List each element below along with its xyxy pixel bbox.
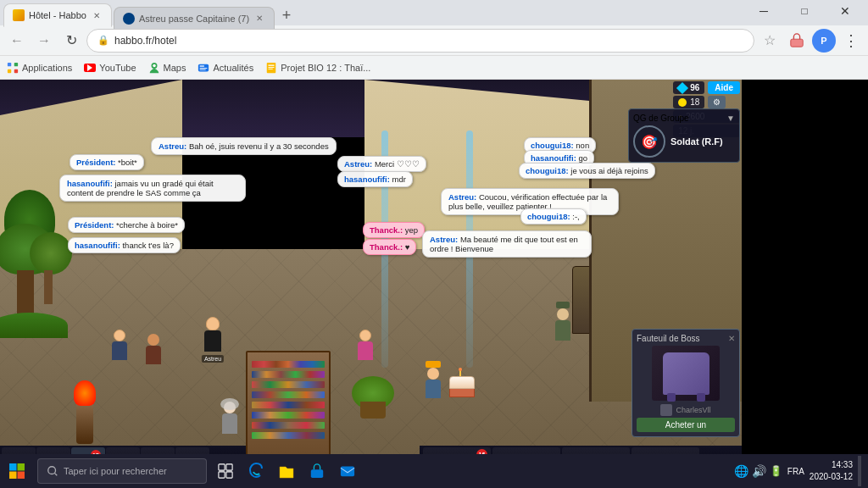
bookmark-bio[interactable]: Projet BIO 12 : Thaï...: [265, 62, 370, 74]
maximize-button[interactable]: □: [785, 0, 824, 23]
chat-bubble-13: Thanck.: yep: [363, 222, 425, 238]
chat-bubble-1: Astreu: Bah oé, jsuis revenu il y a 30 s…: [151, 137, 337, 155]
store-icon-taskbar[interactable]: [302, 456, 332, 486]
settings-button[interactable]: ⚙: [708, 96, 726, 108]
game-area[interactable]: Astreu: [0, 80, 868, 486]
aide-button[interactable]: Aide: [708, 81, 740, 94]
buy-button[interactable]: Acheter un: [637, 418, 735, 432]
sys-icons: 🌐 🔊 🔋: [734, 464, 782, 478]
close-button[interactable]: ✕: [826, 0, 865, 23]
show-desktop-button[interactable]: [858, 456, 861, 486]
security-lock-icon: 🔒: [97, 35, 109, 46]
language-indicator: FRA: [787, 467, 804, 476]
tab-close-habbo[interactable]: ✕: [91, 9, 103, 21]
character-president: [110, 330, 129, 363]
chat-bubble-3: hasanoufifi: jamais vu un gradé qui étai…: [59, 175, 246, 202]
item-close-icon[interactable]: ✕: [728, 334, 735, 343]
svg-point-18: [48, 467, 56, 474]
date-display: 2020-03-12: [810, 471, 853, 483]
chat-bubble-6: Astreu: Merci ♡♡♡: [337, 156, 426, 172]
refresh-button[interactable]: ↻: [59, 29, 83, 53]
pixel-count: 18: [690, 97, 699, 107]
svg-rect-24: [311, 469, 323, 478]
nav-bar: ← → ↻ 🔒 habbo.fr/hotel ☆ P ⋮: [0, 25, 868, 56]
tab-label-astreu: Astreu passe Capitaine (7): [139, 14, 249, 24]
svg-rect-17: [18, 472, 25, 480]
bookmark-actus-label: Actualités: [213, 63, 253, 73]
tab-label-habbo: Hôtel - Habbo: [29, 10, 86, 20]
svg-rect-16: [9, 472, 17, 480]
volume-icon[interactable]: 🔊: [752, 464, 766, 478]
svg-rect-12: [269, 67, 275, 68]
battery-icon[interactable]: 🔋: [770, 465, 782, 477]
svg-rect-2: [14, 62, 18, 65]
bookmark-youtube-label: YouTube: [99, 63, 136, 73]
room-scene: Astreu: [0, 80, 742, 486]
svg-rect-13: [269, 68, 273, 69]
search-placeholder: Taper ici pour rechercher: [64, 466, 167, 476]
start-button[interactable]: [0, 454, 34, 488]
character-astreu: Astreu: [203, 317, 222, 355]
bookmark-youtube[interactable]: YouTube: [84, 63, 136, 73]
svg-rect-3: [8, 69, 11, 72]
bookmarks-bar: Applications YouTube Maps Actualités Pro…: [0, 56, 868, 80]
file-explorer-icon[interactable]: [271, 456, 302, 486]
chat-bubble-4: Président: *cherche à boire*: [68, 217, 185, 233]
task-view-button[interactable]: [210, 456, 241, 486]
svg-rect-25: [341, 467, 354, 477]
bookmark-bio-label: Projet BIO 12 : Thaï...: [281, 63, 370, 73]
edge-icon-taskbar[interactable]: [241, 456, 271, 486]
svg-rect-22: [219, 472, 225, 478]
extension-icon[interactable]: [785, 29, 809, 53]
tab-favicon-habbo: [13, 9, 25, 21]
mail-icon-taskbar[interactable]: [332, 456, 363, 486]
tab-habbo[interactable]: Hôtel - Habbo ✕: [3, 3, 112, 27]
svg-rect-14: [9, 463, 17, 471]
profile-icon[interactable]: P: [812, 29, 836, 53]
svg-rect-20: [219, 464, 225, 470]
svg-rect-8: [200, 68, 208, 69]
group-expand-icon[interactable]: ▼: [726, 114, 735, 123]
bookmark-maps[interactable]: Maps: [148, 62, 186, 74]
item-user: CharlesVll: [676, 406, 710, 414]
browser-window: Hôtel - Habbo ✕ Astreu passe Capitaine (…: [0, 0, 868, 488]
group-badge: 🎯: [633, 125, 665, 158]
window-controls: ─ □ ✕: [744, 0, 865, 23]
character-thanck: [356, 330, 375, 363]
forward-button[interactable]: →: [32, 29, 56, 53]
bookmark-apps[interactable]: Applications: [7, 62, 72, 74]
tab-close-astreu[interactable]: ✕: [253, 13, 265, 25]
tab-astreu[interactable]: Astreu passe Capitaine (7) ✕: [114, 7, 275, 29]
more-options-icon[interactable]: ⋮: [839, 29, 863, 53]
group-title: QG de Groupe: [633, 114, 689, 123]
svg-rect-4: [14, 69, 18, 72]
item-popup: Fauteuil de Boss ✕ CharlesVll Acheter un: [632, 329, 740, 437]
bookmark-actus[interactable]: Actualités: [198, 62, 253, 74]
character-soldier: [554, 308, 572, 347]
svg-rect-15: [18, 463, 25, 471]
windows-taskbar: Taper ici pour rechercher 🌐 🔊 🔋: [0, 454, 868, 488]
bookmark-star-icon[interactable]: ☆: [758, 29, 782, 53]
chat-bubble-10: chougui18: je vous ai déjà rejoins: [519, 163, 655, 179]
back-button[interactable]: ←: [5, 29, 29, 53]
svg-rect-0: [791, 39, 803, 47]
title-bar: Hôtel - Habbo ✕ Astreu passe Capitaine (…: [0, 0, 868, 25]
character-chougui18: [424, 368, 442, 402]
network-icon[interactable]: 🌐: [734, 464, 748, 478]
chat-bubble-7: hasanoufifi: mdr: [337, 171, 413, 187]
bookmark-apps-label: Applications: [22, 63, 72, 73]
svg-rect-9: [200, 69, 206, 69]
windows-search[interactable]: Taper ici pour rechercher: [37, 458, 207, 484]
svg-rect-11: [269, 64, 275, 65]
taskbar-right: 🌐 🔊 🔋 FRA 14:33 2020-03-12: [734, 456, 868, 486]
svg-rect-1: [8, 62, 11, 65]
character-hasanoufifi: [144, 334, 163, 368]
address-url: habbo.fr/hotel: [114, 35, 743, 47]
address-bar[interactable]: 🔒 habbo.fr/hotel: [86, 29, 754, 53]
minimize-button[interactable]: ─: [744, 0, 783, 23]
clock: 14:33 2020-03-12: [810, 459, 853, 483]
character-old: [220, 402, 239, 440]
chat-bubble-12: chougui18: :-,: [520, 208, 587, 225]
chat-bubble-5: hasanoufifi: thanck t'es là?: [68, 237, 181, 253]
add-tab-button[interactable]: +: [275, 3, 298, 27]
